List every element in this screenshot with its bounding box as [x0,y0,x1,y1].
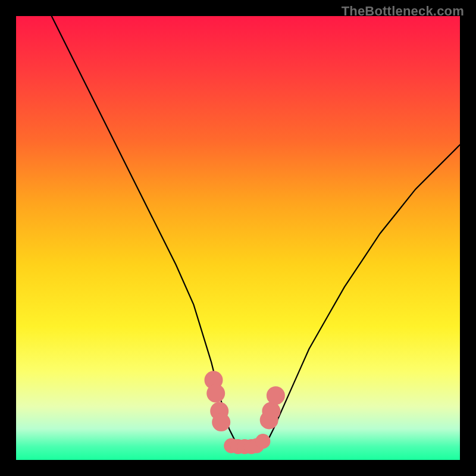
bottleneck-curve [52,16,460,451]
marker-point [255,434,270,449]
marker-point [262,402,280,420]
chart-svg [16,16,460,460]
watermark-text: TheBottleneck.com [342,4,464,19]
markers-group [205,371,285,454]
marker-point [267,386,285,405]
chart-frame: TheBottleneck.com [0,0,476,476]
marker-point [212,413,230,431]
plot-area [16,16,460,460]
marker-point [206,384,225,403]
